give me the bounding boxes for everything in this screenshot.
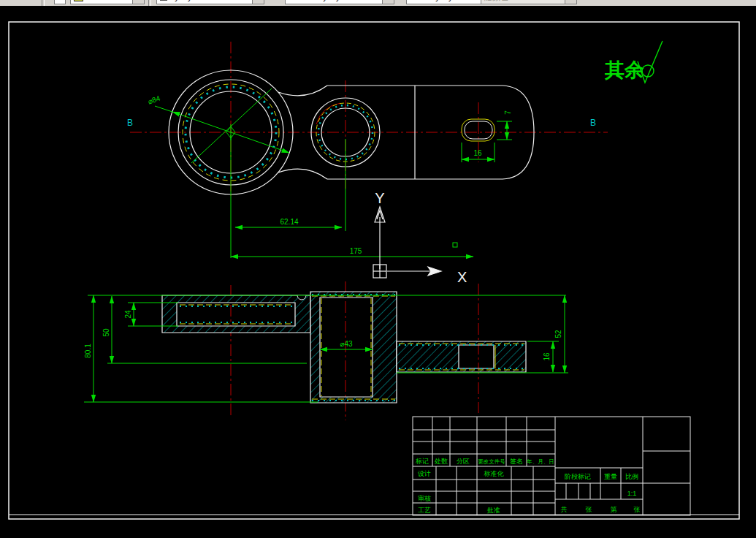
lineweight-combo-value: ByLayer <box>430 0 459 1</box>
linetype-combo-value: ByLayer <box>318 0 347 1</box>
red-arc <box>316 103 340 124</box>
dim-slot-height: 7 <box>504 110 512 115</box>
plotstyle-combo[interactable]: 随颜色 ▼ <box>481 0 577 4</box>
tb-label-design: 设计 <box>418 470 431 477</box>
plotstyle-combo-value: 随颜色 <box>484 0 508 3</box>
dim-50: 50 <box>102 328 110 337</box>
tb-scale-value: 1:1 <box>627 490 637 497</box>
layer-combo[interactable]: ▼ <box>70 0 145 4</box>
section-center-hub <box>310 292 397 403</box>
dim-62: 62.14 <box>280 218 298 226</box>
tb-label-scale: 比例 <box>625 473 638 480</box>
section-label-left: B <box>127 118 133 128</box>
section-left-arm <box>162 295 310 333</box>
section-label-right: B <box>590 118 596 128</box>
tb-sheet-zhang1: 张 <box>586 506 592 513</box>
cad-drawing: 其余 B B <box>0 6 756 538</box>
tb-label-process: 工艺 <box>418 507 431 514</box>
tb-sheet-no: 第 <box>611 506 617 513</box>
title-block <box>413 417 690 515</box>
dim-dia-outer: ⌀84 <box>147 94 161 106</box>
chevron-down-icon[interactable]: ▼ <box>132 0 144 4</box>
tb-label-standardization: 标准化 <box>484 470 505 477</box>
chevron-down-icon[interactable]: ▼ <box>565 0 576 4</box>
dim-16: 16 <box>543 352 551 361</box>
ucs-x-label: X <box>457 269 467 285</box>
tb-label-check: 审核 <box>418 495 431 502</box>
top-view-dimensions <box>155 88 512 258</box>
layer-dropdown-arrow-fragment[interactable] <box>54 0 66 4</box>
layers-icon <box>74 0 83 1</box>
ucs-icon <box>373 207 441 278</box>
model-space-canvas[interactable]: 其余 B B <box>0 6 756 538</box>
cad-application-window: { "toolbar": { "combos": [ {"value": ""}… <box>0 0 756 538</box>
tb-sheet-total: 共 <box>561 506 568 513</box>
linetype-combo[interactable]: ByLayer ▼ <box>285 0 394 4</box>
dim-slot-width: 16 <box>473 149 482 157</box>
section-dim-texts: 80.1 50 24 ⌀43 52 16 <box>84 310 562 361</box>
tb-label-count: 处数 <box>434 458 448 465</box>
tb-label-weight: 重量 <box>604 473 617 480</box>
color-combo-value: ByLayer <box>169 0 199 1</box>
chevron-down-icon[interactable]: ▼ <box>252 0 264 4</box>
color-swatch <box>160 0 167 1</box>
tb-label-stage-mark: 阶段标记 <box>565 473 591 480</box>
dim-80: 80.1 <box>84 344 92 358</box>
tb-label-change-file: 更改文件号 <box>478 458 505 465</box>
toolbar-separator <box>42 0 45 6</box>
grip-point <box>453 243 457 247</box>
drawing-frame <box>9 22 739 519</box>
dim-24: 24 <box>124 310 132 319</box>
tb-label-zone: 分区 <box>457 458 470 465</box>
dim-175: 175 <box>350 247 362 255</box>
section-right-arm <box>397 341 526 372</box>
surface-finish-note: 其余 <box>604 41 663 83</box>
tb-label-mark: 标记 <box>415 458 429 465</box>
ucs-y-label: Y <box>375 190 384 206</box>
top-view-dim-texts: ⌀84 62.14 175 16 7 <box>147 94 512 255</box>
dim-43: ⌀43 <box>340 340 353 348</box>
toolbar-separator <box>148 0 151 6</box>
tb-sheet-zhang2: 张 <box>634 506 641 513</box>
tb-label-signature: 签名 <box>510 458 523 465</box>
color-combo[interactable]: ByLayer ▼ <box>156 0 264 4</box>
tb-label-approve: 批准 <box>486 507 500 514</box>
dim-52: 52 <box>554 330 562 338</box>
chevron-down-icon[interactable]: ▼ <box>382 0 394 4</box>
tb-label-date: 年、月、日 <box>526 458 554 465</box>
